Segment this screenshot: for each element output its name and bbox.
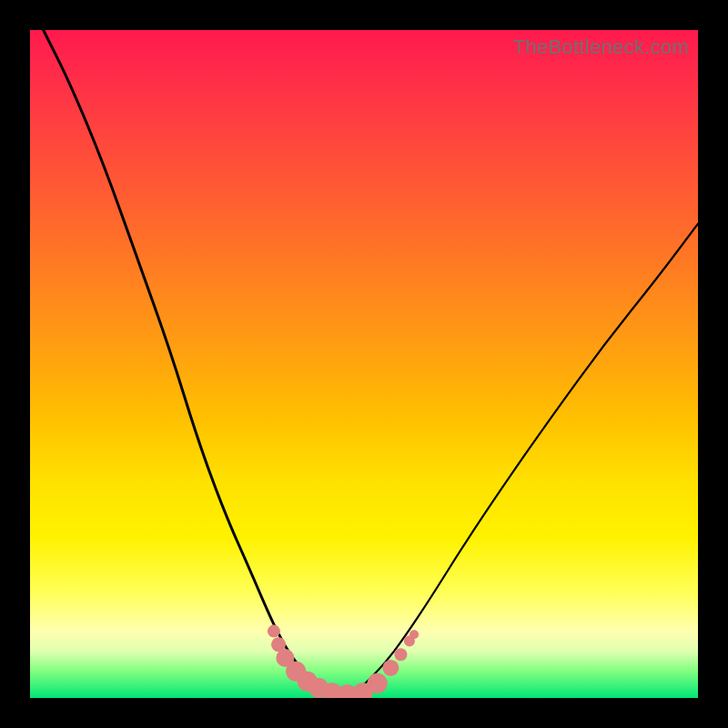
right-curve bbox=[350, 224, 698, 698]
outer-black-frame: TheBottleneck.com bbox=[0, 0, 728, 728]
data-dot bbox=[268, 625, 280, 638]
left-curve bbox=[44, 30, 351, 698]
data-dot bbox=[368, 673, 388, 693]
plot-area: TheBottleneck.com bbox=[30, 30, 698, 698]
chart-svg bbox=[30, 30, 698, 698]
data-dot bbox=[410, 630, 419, 639]
data-dot bbox=[382, 660, 399, 676]
data-dots bbox=[268, 625, 419, 698]
data-dot bbox=[394, 648, 407, 661]
